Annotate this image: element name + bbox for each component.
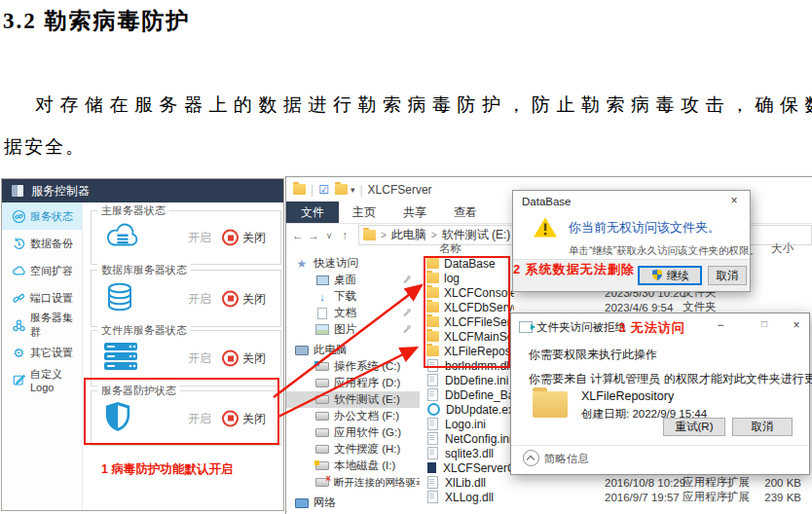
tree-item-drive-c[interactable]: 操作系统 (C:) (286, 358, 420, 375)
sidebar-item-other-settings[interactable]: ⚙ 其它设置 (2, 339, 82, 366)
tree-item-drive-f[interactable]: 办公文档 (F:) (286, 408, 420, 424)
folder-icon (335, 184, 348, 195)
close-icon[interactable]: × (724, 194, 744, 207)
toggle-on-label[interactable]: 开启 (188, 350, 211, 367)
sidebar-item-server-cluster[interactable]: 服务器集群 (2, 312, 82, 339)
link-icon (11, 290, 26, 306)
doc-paragraph-line1: 对存储在服务器上的数据进行勒索病毒防护，防止勒索病毒攻击，确保数 (35, 92, 812, 118)
tree-item-pictures[interactable]: 图片 (286, 321, 420, 338)
uac-shield-icon (651, 269, 663, 283)
annotation-2: 2 系统数据无法删除 (513, 261, 635, 278)
tree-item-downloads[interactable]: ↓下载 (286, 288, 420, 305)
close-icon[interactable]: × (786, 318, 807, 332)
annotation-1: 1 病毒防护功能默认开启 (101, 461, 233, 478)
edit-icon (11, 372, 26, 387)
drive-icon (315, 427, 329, 439)
large-folder-icon (533, 391, 568, 418)
ini-file-icon (427, 374, 438, 386)
dialog-footer-label[interactable]: 简略信息 (544, 452, 589, 466)
os-drive-icon (315, 361, 329, 373)
ini-file-icon (427, 388, 438, 401)
sidebar-item-data-backup[interactable]: 数据备份 (2, 230, 82, 257)
toggle-on-label[interactable]: 开启 (188, 230, 211, 246)
drive-icon (315, 411, 329, 422)
tree-item-this-pc[interactable]: 此电脑 (286, 342, 420, 358)
service-status-icon (11, 208, 26, 224)
menu-file[interactable]: 文件 (286, 202, 339, 223)
sidebar-item-port-settings[interactable]: 端口设置 (2, 284, 82, 312)
explorer-tree: ★快速访问 桌面 ↓下载 文档 图片 此电脑 操作系统 (C:) 应用程序 (D… (286, 255, 420, 514)
tree-item-documents[interactable]: 文档 (286, 305, 420, 321)
computer-icon (295, 345, 309, 356)
tree-item-drive-e[interactable]: 软件测试 (E:) (286, 391, 420, 408)
dialog-main-instruction: 你当前无权访问该文件夹。 (569, 219, 720, 237)
console-app-icon (427, 462, 436, 473)
tree-item-drive-d[interactable]: 应用程序 (D:) (286, 375, 420, 391)
tree-item-drive-i[interactable]: 本地磁盘 (I:) (286, 458, 420, 474)
file-row[interactable]: XLLog.dll2016/9/7 19:57应用程序扩展239 KB (420, 490, 812, 504)
dll-file-icon (427, 447, 438, 459)
tree-item-drive-z[interactable]: 断开连接的网络驱动器 (Z:) (286, 474, 420, 491)
off-radio-icon (222, 350, 239, 367)
tree-item-desktop[interactable]: 桌面 (286, 272, 420, 288)
caret-down-icon[interactable]: ▾ (351, 185, 355, 195)
desktop-icon (315, 275, 329, 286)
sidebar-item-service-status[interactable]: 服务状态 (2, 202, 82, 230)
cloud-server-icon (104, 222, 141, 254)
tree-item-network[interactable]: 网络 (286, 495, 420, 511)
folder-icon (293, 184, 306, 195)
group-main-server-status: 主服务器状态 开启 关闭 (91, 210, 281, 265)
ini-file-icon (427, 432, 438, 445)
breadcrumb-this-pc[interactable]: 此电脑 (391, 227, 426, 243)
annotation-3: 3 无法访问 (618, 319, 685, 337)
local-drive-icon (315, 460, 329, 472)
history-dropdown-icon[interactable]: ∨ (321, 231, 337, 240)
app-title: 服务控制器 (31, 183, 90, 200)
cancel-button[interactable]: 取消 (732, 418, 793, 436)
dialog-title: DataBase (522, 196, 572, 207)
doc-heading: 3.2 勒索病毒防护 (3, 6, 191, 36)
drive-icon (315, 394, 329, 406)
forward-icon[interactable]: → (306, 229, 321, 242)
annotation-highlight-rect-1 (84, 378, 279, 445)
file-server-icon (104, 343, 137, 374)
off-radio-icon (222, 230, 239, 246)
maximize-icon[interactable]: □ (754, 318, 775, 329)
menu-view[interactable]: 查看 (440, 202, 491, 223)
page: 3.2 勒索病毒防护 对存储在服务器上的数据进行勒索病毒防护，防止勒索病毒攻击，… (0, 0, 812, 514)
tree-item-drive-g[interactable]: 应用软件 (G:) (286, 424, 420, 441)
menu-home[interactable]: 主页 (339, 202, 389, 223)
pin-icon (402, 292, 411, 301)
dll-file-icon (427, 476, 438, 489)
folder-access-denied-dialog: 文件夹访问被拒绝 3 无法访问 − □ × 你需要权限来执行此操作 你需要来自 … (510, 312, 810, 475)
file-row[interactable]: XlLib.dll2016/10/8 10:29应用程序扩展200 KB (420, 475, 812, 490)
minimize-icon[interactable]: − (710, 318, 731, 332)
toggle-off-control[interactable]: 关闭 (222, 230, 266, 246)
column-header-size[interactable]: 大小 (771, 241, 794, 256)
tree-item-drive-h[interactable]: 文件摆渡 (H:) (286, 441, 420, 458)
drive-icon (315, 378, 329, 389)
annotation-highlight-rect-2 (424, 256, 510, 368)
column-header-name[interactable]: 名称 (439, 241, 461, 256)
quick-access-check-icon[interactable]: ☑ (318, 183, 329, 197)
app-icon (12, 185, 23, 197)
dialog-divider (511, 445, 809, 446)
database-icon (104, 281, 135, 316)
tree-item-quick-access[interactable]: ★快速访问 (286, 255, 420, 272)
warning-icon (533, 216, 558, 241)
sidebar-item-space-expand[interactable]: 空间扩容 (2, 257, 82, 284)
collapse-details-icon[interactable] (523, 450, 539, 466)
doc-paragraph-line2: 据安全。 (4, 134, 86, 160)
sidebar-item-custom-logo[interactable]: 自定义Logo (2, 366, 82, 393)
back-icon[interactable]: ← (290, 229, 306, 242)
pin-icon (402, 325, 411, 334)
service-controller-titlebar: 服务控制器 (2, 179, 283, 202)
up-icon[interactable]: ↑ (337, 229, 352, 242)
toggle-on-label[interactable]: 开启 (188, 290, 211, 307)
menu-share[interactable]: 共享 (389, 202, 440, 223)
continue-button[interactable]: 继续 (638, 266, 702, 285)
toggle-off-control[interactable]: 关闭 (222, 350, 266, 367)
toggle-off-control[interactable]: 关闭 (222, 290, 266, 307)
cancel-button[interactable]: 取消 (708, 266, 747, 285)
retry-button[interactable]: 重试(R) (663, 418, 725, 436)
